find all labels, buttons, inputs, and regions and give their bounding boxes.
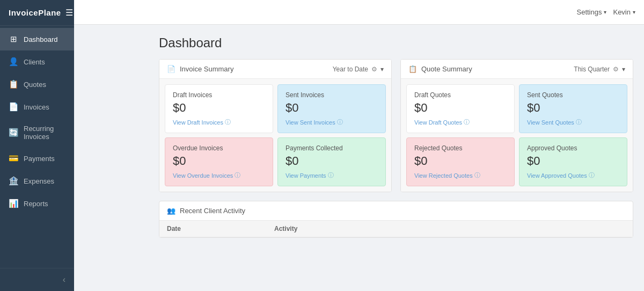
sidebar-label-reports: Reports — [24, 200, 48, 208]
approved-quotes-amount: $0 — [527, 154, 619, 168]
quote-summary-header-right: This Quarter ⚙ ▾ — [574, 66, 625, 73]
draft-quotes-info-icon: ⓘ — [464, 118, 470, 126]
sent-quotes-link[interactable]: View Sent Quotes ⓘ — [527, 118, 619, 126]
sent-quotes-title: Sent Quotes — [527, 91, 619, 99]
rejected-quotes-title: Rejected Quotes — [414, 144, 507, 152]
sent-quotes-info-icon: ⓘ — [576, 118, 582, 126]
approved-quotes-card: Approved Quotes $0 View Approved Quotes … — [519, 137, 627, 186]
quote-summary-gear-icon[interactable]: ⚙ — [613, 66, 619, 73]
sidebar-collapse-button[interactable]: ‹ — [0, 268, 74, 291]
recent-activity-panel: 👥 Recent Client Activity Date Activity — [159, 201, 633, 238]
sent-quotes-amount: $0 — [527, 101, 619, 115]
quote-summary-body: Draft Quotes $0 View Draft Quotes ⓘ Sent… — [401, 79, 633, 192]
summary-panels-row: 📄 Invoice Summary Year to Date ⚙ ▾ Draft… — [159, 59, 633, 192]
clients-icon: 👤 — [9, 57, 18, 67]
draft-quotes-card: Draft Quotes $0 View Draft Quotes ⓘ — [406, 84, 515, 133]
page-title: Dashboard — [159, 35, 633, 50]
invoice-summary-header: 📄 Invoice Summary Year to Date ⚙ ▾ — [159, 60, 391, 79]
sidebar-item-dashboard[interactable]: ⊞ Dashboard — [0, 28, 74, 50]
chevron-left-icon: ‹ — [63, 275, 65, 285]
sidebar-label-quotes: Quotes — [24, 81, 46, 89]
invoice-summary-body: Draft Invoices $0 View Draft Invoices ⓘ … — [159, 79, 391, 192]
approved-quotes-link[interactable]: View Approved Quotes ⓘ — [527, 171, 619, 179]
payments-collected-link-text: View Payments — [286, 172, 326, 179]
quote-doc-icon: 📋 — [408, 65, 417, 73]
activity-users-icon: 👥 — [167, 207, 175, 215]
overdue-invoices-info-icon: ⓘ — [235, 171, 240, 179]
expenses-icon: 🏦 — [9, 176, 18, 186]
quote-summary-period: This Quarter — [574, 66, 610, 73]
rejected-quotes-info-icon: ⓘ — [474, 171, 480, 179]
quotes-icon: 📋 — [9, 79, 18, 89]
sidebar-item-invoices[interactable]: 📄 Invoices — [0, 96, 74, 118]
rejected-quotes-amount: $0 — [414, 154, 507, 168]
quote-summary-title: Quote Summary — [421, 65, 472, 73]
payments-collected-amount: $0 — [286, 154, 378, 168]
rejected-quotes-link[interactable]: View Rejected Quotes ⓘ — [414, 171, 507, 179]
invoice-summary-caret-icon[interactable]: ▾ — [380, 66, 384, 73]
approved-quotes-info-icon: ⓘ — [589, 171, 595, 179]
settings-menu[interactable]: Settings ▾ — [576, 8, 606, 16]
sent-invoices-link-text: View Sent Invoices — [286, 119, 335, 126]
sent-quotes-card: Sent Quotes $0 View Sent Quotes ⓘ — [519, 84, 627, 133]
sidebar-label-dashboard: Dashboard — [24, 35, 58, 43]
sidebar-item-expenses[interactable]: 🏦 Expenses — [0, 170, 74, 192]
sidebar-item-reports[interactable]: 📊 Reports — [0, 192, 74, 215]
user-menu[interactable]: Kevin ▾ — [613, 8, 635, 16]
sidebar-item-clients[interactable]: 👤 Clients — [0, 50, 74, 73]
invoices-icon: 📄 — [9, 102, 18, 112]
sidebar-nav: ⊞ Dashboard 👤 Clients 📋 Quotes 📄 Invoice… — [0, 26, 74, 268]
sent-invoices-link[interactable]: View Sent Invoices ⓘ — [286, 118, 378, 126]
payments-collected-card: Payments Collected $0 View Payments ⓘ — [277, 137, 386, 186]
quote-summary-caret-icon[interactable]: ▾ — [622, 66, 625, 73]
invoice-summary-panel: 📄 Invoice Summary Year to Date ⚙ ▾ Draft… — [159, 59, 392, 192]
settings-caret-icon: ▾ — [604, 9, 606, 15]
sidebar-item-payments[interactable]: 💳 Payments — [0, 147, 74, 170]
invoice-summary-period: Year to Date — [333, 66, 368, 73]
quote-summary-panel: 📋 Quote Summary This Quarter ⚙ ▾ Draft Q… — [400, 59, 633, 192]
invoice-summary-gear-icon[interactable]: ⚙ — [371, 66, 377, 73]
sent-invoices-info-icon: ⓘ — [337, 118, 343, 126]
rejected-quotes-link-text: View Rejected Quotes — [414, 172, 473, 179]
sidebar-label-clients: Clients — [24, 58, 45, 66]
user-label: Kevin — [613, 8, 631, 16]
draft-invoices-card: Draft Invoices $0 View Draft Invoices ⓘ — [165, 84, 273, 133]
draft-quotes-link-text: View Draft Quotes — [414, 119, 462, 126]
topbar: Settings ▾ Kevin ▾ — [74, 0, 644, 25]
draft-invoices-amount: $0 — [173, 101, 265, 115]
sidebar-label-recurring: Recurring Invoices — [24, 125, 65, 141]
user-caret-icon: ▾ — [633, 9, 635, 15]
draft-quotes-link[interactable]: View Draft Quotes ⓘ — [414, 118, 507, 126]
draft-invoices-link-text: View Draft Invoices — [173, 119, 223, 126]
recurring-icon: 🔄 — [9, 128, 18, 137]
sent-invoices-amount: $0 — [286, 101, 378, 115]
sidebar-item-recurring[interactable]: 🔄 Recurring Invoices — [0, 118, 74, 147]
overdue-invoices-amount: $0 — [173, 154, 265, 168]
overdue-invoices-link-text: View Overdue Invoices — [173, 172, 233, 179]
invoice-summary-header-right: Year to Date ⚙ ▾ — [333, 66, 384, 73]
draft-quotes-title: Draft Quotes — [414, 91, 507, 99]
overdue-invoices-card: Overdue Invoices $0 View Overdue Invoice… — [165, 137, 273, 186]
sidebar-item-quotes[interactable]: 📋 Quotes — [0, 73, 74, 96]
draft-invoices-link[interactable]: View Draft Invoices ⓘ — [173, 118, 265, 126]
overdue-invoices-link[interactable]: View Overdue Invoices ⓘ — [173, 171, 265, 179]
invoice-summary-title: Invoice Summary — [180, 65, 233, 73]
payments-collected-link[interactable]: View Payments ⓘ — [286, 171, 378, 179]
reports-icon: 📊 — [9, 199, 18, 208]
sent-invoices-title: Sent Invoices — [286, 91, 378, 99]
settings-label: Settings — [576, 8, 602, 16]
draft-invoices-title: Draft Invoices — [173, 91, 265, 99]
recent-activity-header: 👥 Recent Client Activity — [159, 201, 633, 221]
payments-collected-info-icon: ⓘ — [328, 171, 334, 179]
logo-text: InvoicePlane — [9, 8, 61, 17]
approved-quotes-link-text: View Approved Quotes — [527, 172, 587, 179]
hamburger-icon[interactable]: ☰ — [65, 8, 73, 18]
payments-icon: 💳 — [9, 154, 18, 163]
sent-quotes-link-text: View Sent Quotes — [527, 119, 574, 126]
activity-activity-column-header: Activity — [274, 225, 625, 232]
sidebar-label-invoices: Invoices — [24, 103, 49, 111]
quote-summary-header: 📋 Quote Summary This Quarter ⚙ ▾ — [401, 60, 633, 79]
main-content: Dashboard 📄 Invoice Summary Year to Date… — [148, 25, 644, 291]
activity-date-column-header: Date — [167, 225, 274, 232]
approved-quotes-title: Approved Quotes — [527, 144, 619, 152]
